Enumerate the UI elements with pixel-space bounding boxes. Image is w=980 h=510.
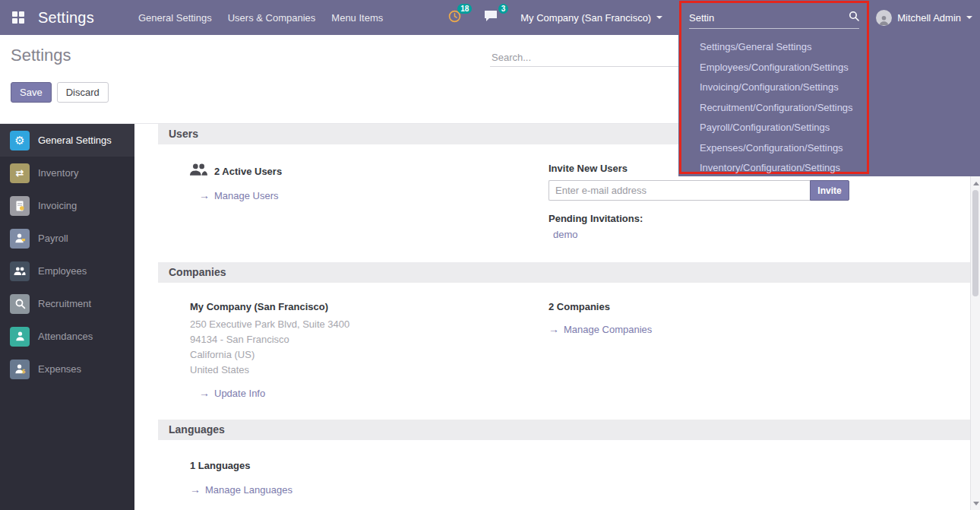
sidebar-item-employees[interactable]: Employees bbox=[0, 255, 134, 287]
annotation-highlight-box: Settings/General Settings Employees/Conf… bbox=[679, 1, 869, 174]
search-result-item[interactable]: Settings/General Settings bbox=[681, 37, 867, 58]
company-name: My Company (San Francisco) bbox=[520, 12, 651, 24]
sidebar-item-recruitment[interactable]: Recruitment bbox=[0, 287, 134, 320]
activity-menu-button[interactable]: 18 bbox=[448, 10, 461, 26]
activity-count-badge: 18 bbox=[457, 4, 472, 14]
apps-menu-icon[interactable] bbox=[9, 8, 27, 27]
section-heading-languages: Languages bbox=[158, 420, 970, 440]
control-panel-buttons: Save Discard bbox=[11, 82, 109, 103]
scroll-down-arrow[interactable] bbox=[971, 498, 980, 508]
menu-search-results: Settings/General Settings Employees/Conf… bbox=[681, 37, 867, 179]
save-button[interactable]: Save bbox=[11, 82, 52, 103]
sidebar-item-expenses[interactable]: $ Expenses bbox=[0, 353, 134, 385]
nav-item-menu-items[interactable]: Menu Items bbox=[331, 8, 383, 28]
message-count-badge: 3 bbox=[498, 4, 509, 14]
invite-row: Invite bbox=[548, 180, 849, 201]
search-result-item[interactable]: Recruitment/Configuration/Settings bbox=[681, 98, 867, 119]
person-icon bbox=[10, 327, 30, 347]
section-heading-companies: Companies bbox=[158, 262, 970, 283]
search-result-item[interactable]: Expenses/Configuration/Settings bbox=[681, 138, 867, 159]
companies-count: 2 Companies bbox=[548, 301, 940, 312]
settings-sidebar: ⚙ General Settings ⇄ Inventory Invoicing… bbox=[0, 124, 134, 510]
sidebar-item-payroll[interactable]: Payroll bbox=[0, 222, 134, 255]
user-avatar bbox=[876, 10, 892, 26]
companies-section: Companies My Company (San Francisco) 250… bbox=[158, 262, 970, 420]
transfer-arrows-icon: ⇄ bbox=[10, 163, 30, 183]
arrow-right-icon bbox=[199, 387, 210, 399]
person-coin-icon bbox=[10, 229, 30, 249]
sidebar-item-attendances[interactable]: Attendances bbox=[0, 320, 134, 353]
sidebar-item-inventory[interactable]: ⇄ Inventory bbox=[0, 157, 134, 189]
chevron-down-icon bbox=[966, 16, 972, 19]
menu-search-field bbox=[689, 11, 859, 29]
invite-button[interactable]: Invite bbox=[810, 180, 849, 201]
manage-companies-link[interactable]: Manage Companies bbox=[548, 323, 652, 335]
app-title: Settings bbox=[38, 9, 94, 27]
clock-icon bbox=[448, 12, 461, 25]
discard-button[interactable]: Discard bbox=[57, 82, 109, 103]
pending-invitation-demo[interactable]: demo bbox=[548, 229, 578, 240]
languages-count: 1 Languages bbox=[190, 460, 548, 471]
svg-text:$: $ bbox=[21, 368, 25, 375]
menu-search-panel: Mitchell Admin Settings/General Settings… bbox=[678, 0, 980, 176]
company-switcher[interactable]: My Company (San Francisco) bbox=[520, 12, 662, 24]
invite-email-input[interactable] bbox=[548, 180, 810, 201]
search-result-item[interactable]: Inventory/Configuration/Settings bbox=[681, 158, 867, 179]
person-dollar-icon: $ bbox=[10, 360, 30, 379]
company-address: 250 Executive Park Blvd, Suite 3400 9413… bbox=[190, 317, 548, 378]
arrow-right-icon bbox=[190, 483, 201, 496]
active-users-count: 2 Active Users bbox=[214, 166, 282, 177]
invoice-document-icon bbox=[10, 196, 30, 216]
nav-item-users-companies[interactable]: Users & Companies bbox=[228, 8, 316, 28]
search-result-item[interactable]: Payroll/Configuration/Settings bbox=[681, 118, 867, 138]
manage-users-link[interactable]: Manage Users bbox=[199, 189, 279, 201]
menu-search-input[interactable] bbox=[689, 12, 849, 24]
arrow-right-icon bbox=[199, 189, 210, 201]
systray: 18 3 My Company (San Francisco) bbox=[448, 10, 662, 26]
navbar-menu: General Settings Users & Companies Menu … bbox=[138, 8, 383, 28]
user-name: Mitchell Admin bbox=[897, 12, 961, 24]
update-info-link[interactable]: Update Info bbox=[199, 387, 265, 399]
search-result-item[interactable]: Employees/Configuration/Settings bbox=[681, 58, 867, 78]
languages-section: Languages 1 Languages Manage Languages bbox=[158, 420, 970, 496]
settings-body: ⚙ General Settings ⇄ Inventory Invoicing… bbox=[0, 124, 980, 510]
chevron-down-icon bbox=[656, 16, 662, 19]
people-icon bbox=[10, 261, 30, 281]
user-menu[interactable]: Mitchell Admin bbox=[876, 0, 972, 35]
search-result-item[interactable]: Invoicing/Configuration/Settings bbox=[681, 78, 867, 98]
odoo-settings-screen: Settings General Settings Users & Compan… bbox=[0, 0, 980, 510]
manage-languages-link[interactable]: Manage Languages bbox=[190, 483, 292, 496]
users-group-icon bbox=[190, 163, 207, 180]
arrow-right-icon bbox=[548, 323, 559, 335]
messages-menu-button[interactable]: 3 bbox=[484, 10, 498, 25]
settings-content: Users 2 Active Users Manage Users bbox=[134, 124, 980, 510]
company-name: My Company (San Francisco) bbox=[190, 301, 548, 312]
search-icon[interactable] bbox=[849, 11, 859, 24]
scrollbar-thumb[interactable] bbox=[972, 190, 978, 296]
chat-bubble-icon bbox=[484, 11, 498, 24]
sidebar-item-invoicing[interactable]: Invoicing bbox=[0, 189, 134, 222]
sidebar-item-general-settings[interactable]: ⚙ General Settings bbox=[0, 124, 134, 157]
vertical-scrollbar[interactable] bbox=[970, 176, 980, 510]
page-title: Settings bbox=[11, 46, 71, 65]
magnifier-icon bbox=[10, 294, 30, 314]
gear-icon: ⚙ bbox=[10, 131, 30, 150]
scroll-up-arrow[interactable] bbox=[971, 178, 980, 188]
nav-item-general-settings[interactable]: General Settings bbox=[138, 8, 212, 28]
pending-invitations-label: Pending Invitations: bbox=[548, 213, 940, 224]
